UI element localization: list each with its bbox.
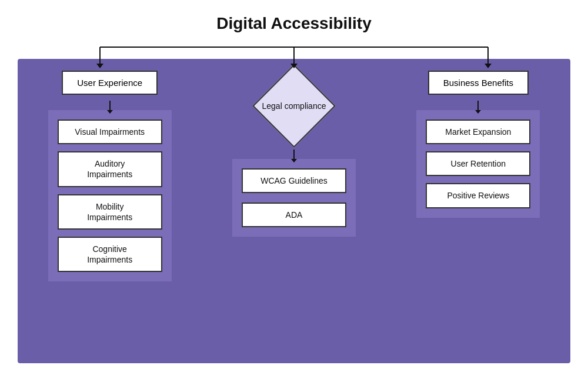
cat-user-experience: User Experience [62,71,158,95]
page-title: Digital Accessibility [216,14,372,33]
cat-business-benefits: Business Benefits [428,71,529,95]
sub-item-cognitive: CognitiveImpairments [58,237,162,272]
sub-item-ada: ADA [242,203,346,227]
sub-item-retention: User Retention [426,151,530,176]
col-legal-compliance: Legal compliance WCAG Guidelines ADA [202,65,386,237]
sub-group-bb: Market Expansion User Retention Positive… [416,110,540,218]
diagram-container: Digital Accessibility User Experience [0,0,588,375]
arrow-lc-down [293,150,295,159]
arrow-ue-down [109,101,111,110]
sub-item-visual: Visual Impairments [58,120,162,144]
col-user-experience: User Experience Visual Impairments Audit… [18,65,202,281]
columns-layout: User Experience Visual Impairments Audit… [18,65,570,363]
sub-group-lc: WCAG Guidelines ADA [232,159,356,237]
sub-item-mobility: MobilityImpairments [58,194,162,230]
arrow-bb-down [477,101,479,110]
sub-item-positive-reviews: Positive Reviews [426,183,530,208]
sub-item-wcag: WCAG Guidelines [242,168,346,193]
sub-item-auditory: AuditoryImpairments [58,151,162,187]
sub-group-ue: Visual Impairments AuditoryImpairments M… [48,110,172,281]
col-business-benefits: Business Benefits Market Expansion User … [386,65,570,218]
diamond-legal: Legal compliance [250,71,338,141]
diamond-label: Legal compliance [262,101,326,111]
sub-item-market: Market Expansion [426,120,530,144]
